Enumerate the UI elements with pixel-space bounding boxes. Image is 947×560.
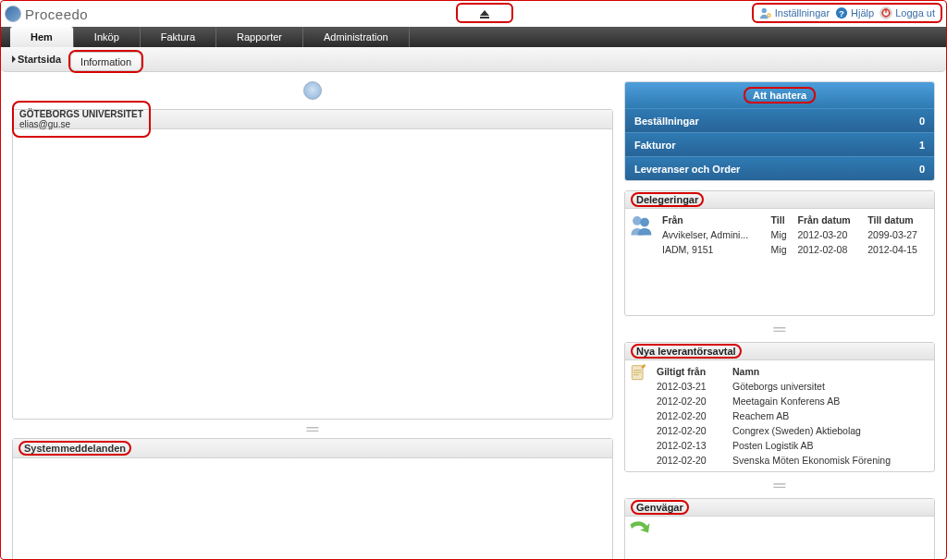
info-panel: GÖTEBORGS UNIVERSITET elias@gu.se (12, 109, 613, 420)
info-panel-header: GÖTEBORGS UNIVERSITET elias@gu.se (13, 110, 612, 129)
shortcuts-title: Genvägar (631, 500, 689, 515)
contract-icon (629, 364, 647, 468)
resize-handle-right1[interactable]: ═ (624, 325, 935, 333)
to-handle-count: 1 (919, 140, 925, 151)
caret-right-icon (12, 55, 16, 63)
table-row[interactable]: 2012-02-20Congrex (Sweden) Aktiebolag (653, 423, 930, 438)
subnav-start-label: Startsida (18, 54, 61, 65)
user-email: elias@gu.se (19, 119, 143, 129)
to-handle-row[interactable]: Beställningar 0 (625, 108, 934, 132)
system-messages-header: Systemmeddelanden (13, 439, 612, 458)
content-area: GÖTEBORGS UNIVERSITET elias@gu.se ═ Syst… (1, 72, 946, 560)
power-icon (879, 6, 892, 19)
user-gear-icon (759, 6, 772, 19)
to-handle-count: 0 (919, 116, 925, 127)
nav-reports[interactable]: Rapporter (216, 27, 303, 47)
to-handle-row[interactable]: Fakturor 1 (625, 132, 934, 156)
delegations-body: Från Till Från datum Till datum Avvikels… (625, 209, 934, 261)
help-icon: ? (835, 6, 848, 19)
subnav-info[interactable]: Information (70, 52, 141, 71)
col-to-date: Till datum (864, 213, 930, 227)
delegations-panel: Delegeringar Från Till Från datum Till (624, 190, 935, 316)
help-label: Hjälp (851, 7, 874, 18)
col-to: Till (768, 213, 794, 227)
shortcut-arrow-icon[interactable] (629, 528, 651, 539)
table-row[interactable]: 2012-02-20Meetagain Konferens AB (653, 394, 930, 408)
svg-text:?: ? (839, 8, 844, 18)
nav-purchase[interactable]: Inköp (74, 27, 141, 47)
col-from: Från (658, 213, 768, 227)
university-seal-row (12, 81, 613, 100)
svg-point-8 (633, 216, 642, 225)
people-icon (629, 213, 653, 257)
col-valid-from: Giltigt från (653, 364, 729, 379)
right-column: Att hantera Beställningar 0 Fakturor 1 L… (624, 81, 935, 560)
to-handle-panel: Att hantera Beställningar 0 Fakturor 1 L… (624, 81, 935, 181)
settings-label: Inställningar (775, 7, 830, 18)
eject-bar-icon (480, 17, 489, 18)
table-row[interactable]: 2012-02-20Svenska Möten Ekonomisk Föreni… (653, 453, 930, 468)
settings-link[interactable]: Inställningar (759, 6, 830, 19)
brand-logo-icon (5, 6, 21, 22)
toggle-topbar-button[interactable] (456, 3, 513, 23)
table-row[interactable]: 2012-03-21Göteborgs universitet (653, 379, 930, 394)
system-messages-title: Systemmeddelanden (24, 443, 126, 454)
resize-handle-top[interactable]: ═ (12, 425, 613, 432)
logout-link[interactable]: Logga ut (879, 6, 935, 19)
contracts-body: Giltigt från Namn 2012-03-21Göteborgs un… (625, 360, 934, 471)
top-right-links: Inställningar ? Hjälp Logga ut (752, 3, 942, 23)
university-seal-icon (303, 81, 322, 100)
system-messages-panel: Systemmeddelanden (12, 438, 613, 560)
delegations-table: Från Till Från datum Till datum Avvikels… (658, 213, 930, 257)
shortcuts-body (625, 517, 934, 542)
contracts-table: Giltigt från Namn 2012-03-21Göteborgs un… (653, 364, 930, 468)
eject-icon (480, 10, 489, 16)
left-column: GÖTEBORGS UNIVERSITET elias@gu.se ═ Syst… (12, 81, 613, 560)
contracts-title: Nya leverantörsavtal (631, 344, 742, 359)
app-frame: Proceedo Inställningar ? Hjälp Logga ut (0, 0, 947, 560)
svg-rect-7 (885, 8, 886, 12)
nav-home[interactable]: Hem (10, 27, 74, 47)
contracts-header: Nya leverantörsavtal (625, 343, 934, 360)
table-row[interactable]: 2012-02-13Posten Logistik AB (653, 438, 930, 453)
shortcuts-panel: Genvägar (624, 498, 935, 560)
brand-name: Proceedo (25, 6, 88, 22)
to-handle-title: Att hantera (744, 87, 816, 103)
help-link[interactable]: ? Hjälp (835, 6, 874, 19)
to-handle-label: Beställningar (634, 116, 699, 127)
logout-label: Logga ut (895, 7, 935, 18)
to-handle-title-row: Att hantera (625, 82, 934, 108)
col-name: Namn (729, 364, 930, 379)
resize-handle-right2[interactable]: ═ (624, 481, 935, 489)
delegations-header: Delegeringar (625, 191, 934, 209)
sub-nav: Startsida Information (1, 47, 946, 72)
table-header-row: Från Till Från datum Till datum (658, 213, 930, 227)
main-nav: Hem Inköp Faktura Rapporter Administrati… (1, 27, 946, 47)
to-handle-count: 0 (919, 164, 925, 175)
subnav-start[interactable]: Startsida (6, 54, 67, 65)
svg-point-2 (768, 15, 769, 17)
org-name: GÖTEBORGS UNIVERSITET (19, 109, 143, 119)
to-handle-label: Fakturor (634, 140, 676, 151)
contracts-panel: Nya leverantörsavtal Giltigt från Namn 2… (624, 342, 935, 472)
svg-point-0 (761, 8, 766, 13)
svg-point-9 (640, 218, 649, 227)
nav-admin[interactable]: Administration (303, 27, 410, 47)
to-handle-row[interactable]: Leveranser och Order 0 (625, 156, 934, 180)
table-row[interactable]: Avvikelser, Admini... Mig 2012-03-20 209… (658, 227, 930, 242)
info-panel-body (13, 129, 612, 419)
table-row[interactable]: 2012-02-20Reachem AB (653, 408, 930, 423)
delegations-title: Delegeringar (631, 192, 704, 207)
col-from-date: Från datum (794, 213, 865, 227)
nav-invoice[interactable]: Faktura (141, 27, 216, 47)
to-handle-label: Leveranser och Order (634, 164, 740, 175)
shortcuts-header: Genvägar (625, 499, 934, 517)
table-header-row: Giltigt från Namn (653, 364, 930, 379)
table-row[interactable]: IADM, 9151 Mig 2012-02-08 2012-04-15 (658, 242, 930, 257)
